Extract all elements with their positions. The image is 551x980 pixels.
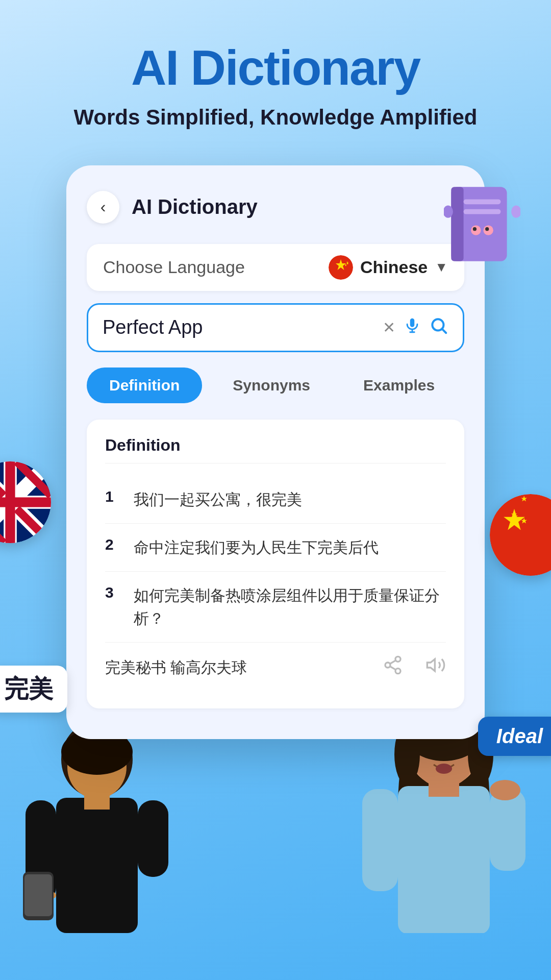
definition-item-4: 完美秘书 输高尔夫球: [105, 643, 446, 692]
svg-rect-47: [84, 794, 110, 810]
svg-rect-14: [464, 199, 501, 204]
card-title: AI Dictionary: [132, 195, 258, 218]
def-text-4: 完美秘书 输高尔夫球: [105, 656, 360, 679]
tab-examples[interactable]: Examples: [341, 368, 457, 403]
svg-rect-13: [451, 187, 463, 261]
language-label: Choose Language: [103, 257, 245, 277]
share-icon[interactable]: [383, 655, 403, 680]
ideal-badge: Ideal: [478, 717, 551, 756]
svg-line-30: [442, 329, 446, 333]
clear-icon[interactable]: ✕: [383, 318, 395, 336]
svg-line-34: [390, 666, 395, 670]
svg-rect-49: [138, 800, 168, 877]
search-input-value[interactable]: Perfect App: [103, 316, 374, 338]
person-left: [10, 719, 184, 933]
svg-rect-60: [429, 782, 459, 797]
svg-point-37: [490, 494, 551, 576]
definition-section: Definition 1 我们一起买公寓，很完美 2 命中注定我们要为人民生下完…: [87, 420, 464, 708]
speaker-icon[interactable]: [425, 655, 446, 680]
svg-rect-61: [362, 789, 398, 891]
svg-point-31: [395, 656, 400, 662]
svg-line-35: [390, 660, 395, 664]
people-section: [0, 719, 551, 933]
svg-rect-15: [464, 209, 501, 214]
def-text-1: 我们一起买公寓，很完美: [134, 488, 302, 511]
svg-rect-59: [398, 786, 490, 933]
svg-point-18: [473, 227, 477, 231]
language-picker[interactable]: Chinese ▼: [329, 255, 448, 280]
svg-point-33: [395, 668, 400, 673]
def-text-2: 命中注定我们要为人民生下完美后代: [134, 536, 379, 559]
svg-point-63: [490, 780, 520, 800]
def-text-3: 如何完美制备热喷涂层组件以用于质量保证分析？: [134, 584, 446, 630]
cn-flag-badge: [490, 494, 551, 576]
definition-item-1: 1 我们一起买公寓，很完美: [105, 476, 446, 524]
language-name: Chinese: [360, 257, 428, 277]
definition-item-3: 3 如何完美制备热喷涂层组件以用于质量保证分析？: [105, 572, 446, 643]
svg-rect-10: [0, 497, 51, 507]
back-icon: ‹: [101, 198, 106, 216]
svg-rect-46: [56, 798, 138, 933]
tabs-row: Definition Synonyms Examples: [87, 368, 464, 403]
svg-point-32: [385, 663, 390, 668]
svg-rect-26: [410, 318, 415, 327]
svg-rect-52: [24, 874, 52, 916]
uk-flag-badge: [0, 461, 51, 543]
svg-rect-62: [490, 789, 525, 871]
search-bar[interactable]: Perfect App ✕: [87, 303, 464, 352]
search-submit-icon[interactable]: [429, 316, 448, 339]
mic-icon[interactable]: [404, 317, 421, 338]
definition-item-2: 2 命中注定我们要为人民生下完美后代: [105, 524, 446, 572]
svg-point-19: [485, 227, 489, 231]
card-header: ‹ AI Dictionary: [87, 191, 464, 224]
svg-marker-36: [427, 659, 435, 671]
svg-point-21: [511, 205, 520, 217]
language-selector[interactable]: Choose Language Chinese ▼: [87, 244, 464, 291]
def-number-2: 2: [105, 536, 121, 559]
hero-subtitle: Words Simplified, Knowledge Amplified: [31, 105, 520, 130]
tab-definition[interactable]: Definition: [87, 368, 202, 403]
hero-title: AI Dictionary: [31, 41, 520, 95]
tab-synonyms[interactable]: Synonyms: [210, 368, 333, 403]
phone-card: ‹ AI Dictionary Choose Language Chinese: [66, 165, 485, 739]
back-button[interactable]: ‹: [87, 191, 119, 224]
def-number-1: 1: [105, 488, 121, 511]
def-number-3: 3: [105, 584, 121, 630]
kanji-badge: 完美: [0, 666, 67, 713]
hero-section: AI Dictionary Words Simplified, Knowledg…: [0, 0, 551, 150]
chinese-flag: [329, 255, 353, 280]
section-heading: Definition: [105, 436, 446, 463]
book-icon: [444, 181, 525, 273]
svg-point-64: [436, 764, 452, 774]
